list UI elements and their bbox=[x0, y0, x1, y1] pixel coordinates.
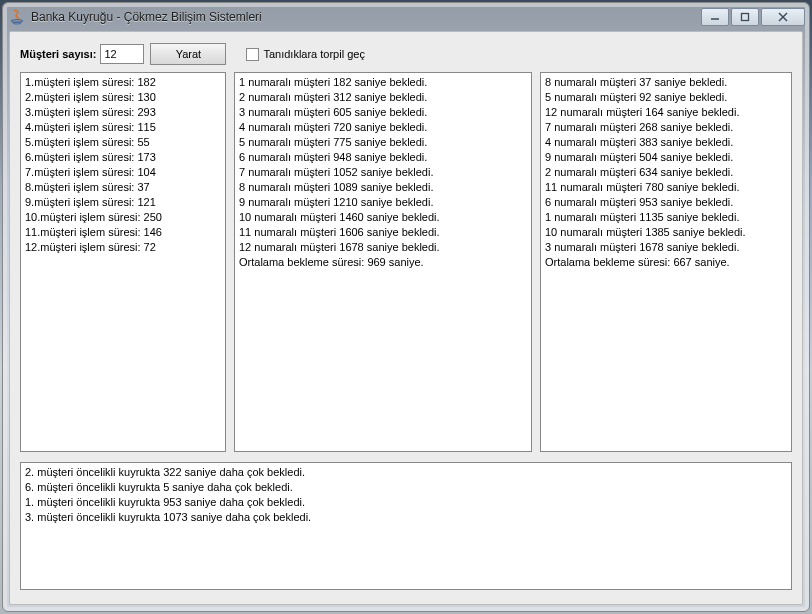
titlebar[interactable]: Banka Kuyruğu - Çökmez Bilişim Sistemler… bbox=[3, 3, 809, 31]
close-button[interactable] bbox=[761, 8, 805, 26]
processing-times-panel[interactable]: 1.müşteri işlem süresi: 182 2.müşteri iş… bbox=[20, 72, 226, 452]
maximize-button[interactable] bbox=[731, 8, 759, 26]
minimize-button[interactable] bbox=[701, 8, 729, 26]
torpil-label: Tanıdıklara torpil geç bbox=[263, 48, 365, 60]
client-area: Müşteri sayısı: Yarat Tanıdıklara torpil… bbox=[9, 31, 803, 605]
comparison-panel[interactable]: 2. müşteri öncelikli kuyrukta 322 saniye… bbox=[20, 462, 792, 590]
window-title: Banka Kuyruğu - Çökmez Bilişim Sistemler… bbox=[31, 10, 699, 24]
count-label: Müşteri sayısı: bbox=[20, 48, 96, 60]
create-button[interactable]: Yarat bbox=[150, 43, 226, 65]
priority-wait-panel[interactable]: 8 numaralı müşteri 37 saniye bekledi. 5 … bbox=[540, 72, 792, 452]
fifo-wait-panel[interactable]: 1 numaralı müşteri 182 saniye bekledi. 2… bbox=[234, 72, 532, 452]
svg-rect-3 bbox=[742, 14, 749, 21]
window-controls bbox=[699, 8, 805, 26]
control-row: Müşteri sayısı: Yarat Tanıdıklara torpil… bbox=[20, 42, 792, 66]
java-icon bbox=[9, 9, 25, 25]
torpil-checkbox-wrap[interactable]: Tanıdıklara torpil geç bbox=[246, 48, 365, 61]
panels-row: 1.müşteri işlem süresi: 182 2.müşteri iş… bbox=[20, 72, 792, 452]
app-window: Banka Kuyruğu - Çökmez Bilişim Sistemler… bbox=[2, 2, 810, 612]
checkbox-icon[interactable] bbox=[246, 48, 259, 61]
customer-count-input[interactable] bbox=[100, 44, 144, 64]
